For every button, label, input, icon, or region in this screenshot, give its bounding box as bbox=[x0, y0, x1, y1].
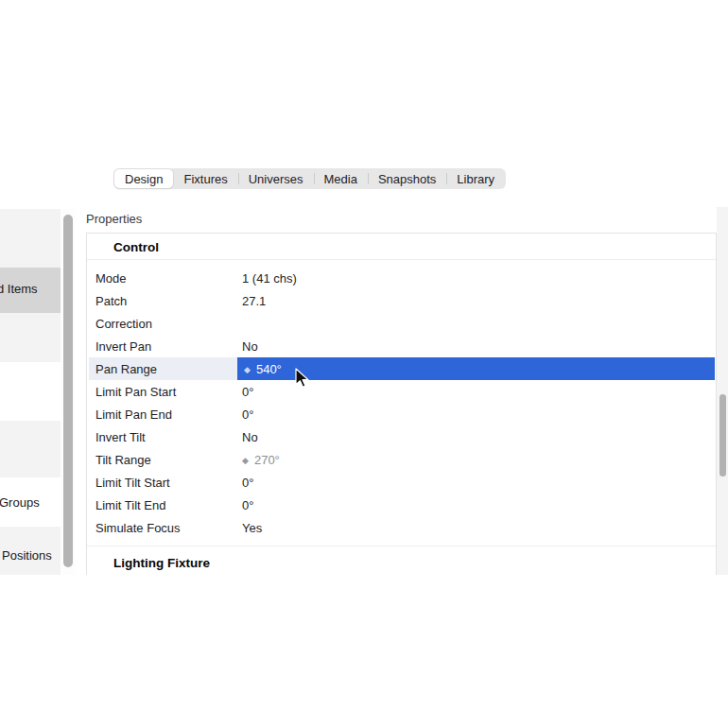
property-row-tilt-range[interactable]: Tilt Range◆270° bbox=[87, 448, 716, 471]
properties-scrollbar-thumb[interactable] bbox=[719, 394, 726, 477]
app-window: DesignFixturesUniversesMediaSnapshotsLib… bbox=[0, 0, 728, 575]
sidebar-item-label[interactable]: d Items bbox=[0, 282, 38, 296]
property-value-text: No bbox=[242, 339, 258, 354]
property-value: 27.1 bbox=[242, 294, 266, 308]
divider bbox=[87, 259, 716, 260]
property-value-text: 0° bbox=[242, 385, 253, 399]
property-value-text: 0° bbox=[242, 407, 253, 422]
tab-media[interactable]: Media bbox=[314, 169, 368, 188]
property-row-limit-pan-start[interactable]: Limit Pan Start0° bbox=[87, 380, 716, 403]
property-row-invert-pan[interactable]: Invert PanNo bbox=[87, 335, 716, 357]
sidebar-band bbox=[0, 313, 61, 362]
property-row-correction[interactable]: Correction bbox=[87, 312, 716, 335]
property-label: Limit Tilt Start bbox=[95, 476, 170, 490]
properties-panel-title: Properties bbox=[86, 212, 142, 226]
property-label: Tilt Range bbox=[95, 453, 151, 467]
property-value: No bbox=[242, 430, 258, 444]
property-label: Limit Tilt End bbox=[95, 498, 165, 512]
property-value: 0° bbox=[242, 385, 253, 399]
property-value-text: 0° bbox=[242, 498, 253, 512]
tab-snapshots[interactable]: Snapshots bbox=[368, 169, 446, 188]
divider bbox=[87, 546, 716, 546]
property-row-mode[interactable]: Mode1 (41 chs) bbox=[87, 267, 716, 289]
tab-fixtures[interactable]: Fixtures bbox=[173, 169, 237, 188]
property-row-invert-tilt[interactable]: Invert TiltNo bbox=[87, 425, 716, 448]
property-value-text: No bbox=[242, 430, 258, 444]
tab-library[interactable]: Library bbox=[446, 169, 505, 188]
tab-design[interactable]: Design bbox=[114, 169, 173, 188]
main-tab-bar: DesignFixturesUniversesMediaSnapshotsLib… bbox=[113, 168, 506, 189]
property-label: Limit Pan End bbox=[95, 407, 172, 422]
screenshot-canvas: DesignFixturesUniversesMediaSnapshotsLib… bbox=[0, 0, 728, 728]
properties-panel: Control Mode1 (41 chs)Patch27.1Correctio… bbox=[86, 233, 717, 575]
section-header-control: Control bbox=[113, 240, 159, 254]
property-row-simulate-focus[interactable]: Simulate FocusYes bbox=[87, 516, 716, 539]
property-value-text: 27.1 bbox=[242, 294, 266, 308]
property-label: Invert Tilt bbox=[95, 430, 146, 444]
property-label: Invert Pan bbox=[95, 339, 151, 354]
property-value-text: Yes bbox=[242, 521, 262, 535]
property-label: Pan Range bbox=[95, 362, 157, 376]
property-label: Patch bbox=[95, 294, 127, 308]
section-header-lighting-fixture: Lighting Fixture bbox=[113, 556, 210, 570]
sidebar-band bbox=[0, 362, 61, 422]
property-label: Mode bbox=[95, 271, 127, 286]
sidebar-band bbox=[0, 209, 61, 268]
property-value: ◆270° bbox=[242, 453, 280, 467]
property-value: No bbox=[242, 339, 258, 354]
property-value-text: 1 (41 chs) bbox=[242, 271, 297, 286]
sidebar-scrollbar-thumb[interactable] bbox=[63, 215, 73, 567]
property-row-limit-pan-end[interactable]: Limit Pan End0° bbox=[87, 403, 716, 425]
property-value: 0° bbox=[242, 407, 253, 422]
property-value: 0° bbox=[242, 476, 253, 490]
property-value: Yes bbox=[242, 521, 262, 535]
property-value: 0° bbox=[242, 498, 253, 512]
property-row-patch[interactable]: Patch27.1 bbox=[87, 289, 716, 312]
property-row-pan-range[interactable]: Pan Range◆540° bbox=[87, 357, 716, 380]
property-value: ◆540° bbox=[244, 362, 282, 376]
sidebar-item-label[interactable]: Positions bbox=[2, 548, 52, 563]
property-row-limit-tilt-start[interactable]: Limit Tilt Start0° bbox=[87, 471, 716, 494]
property-label: Limit Pan Start bbox=[95, 385, 176, 399]
highlight-value-background bbox=[237, 357, 715, 380]
sidebar: d Items Groups Positions bbox=[0, 209, 61, 575]
sidebar-item-label[interactable]: Groups bbox=[0, 495, 40, 510]
properties-scrollbar-track bbox=[717, 207, 728, 575]
property-label: Simulate Focus bbox=[95, 521, 181, 535]
properties-rows: Mode1 (41 chs)Patch27.1CorrectionInvert … bbox=[87, 267, 716, 539]
sidebar-band bbox=[0, 421, 61, 478]
property-label: Correction bbox=[95, 317, 152, 331]
property-row-limit-tilt-end[interactable]: Limit Tilt End0° bbox=[87, 494, 716, 516]
range-diamond-icon: ◆ bbox=[242, 456, 249, 464]
tab-universes[interactable]: Universes bbox=[238, 169, 314, 188]
property-value-text: 540° bbox=[256, 362, 282, 376]
property-value-text: 0° bbox=[242, 476, 253, 490]
property-value-text: 270° bbox=[254, 453, 280, 467]
property-value: 1 (41 chs) bbox=[242, 271, 297, 286]
range-diamond-icon: ◆ bbox=[244, 365, 251, 373]
